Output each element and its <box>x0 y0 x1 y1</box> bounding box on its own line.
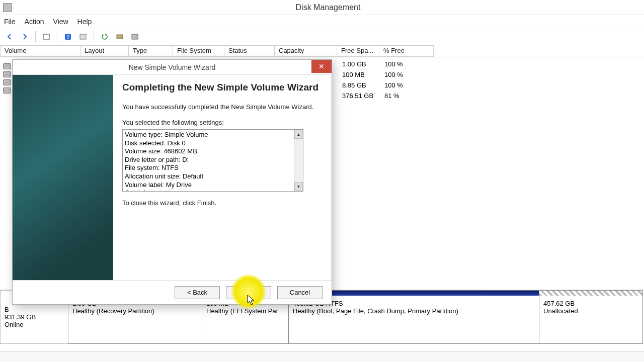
status-bar <box>0 351 644 362</box>
close-icon: ✕ <box>318 62 325 70</box>
wizard-dialog: New Simple Volume Wizard ✕ Completing th… <box>12 59 332 305</box>
toolbar: ? <box>0 28 644 45</box>
settings-item: File system: NTFS <box>125 164 301 172</box>
cell-pctfree: 100 % <box>382 71 425 78</box>
settings-item: Quick format: Yes <box>125 189 301 192</box>
settings-item: Volume type: Simple Volume <box>125 131 301 139</box>
col-filesystem[interactable]: File System <box>173 45 224 57</box>
volume-icon <box>3 71 11 77</box>
disk-status: Online <box>5 321 64 328</box>
title-bar: Disk Management <box>0 0 644 15</box>
wizard-title: New Simple Volume Wizard <box>13 63 332 71</box>
menu-file[interactable]: File <box>4 18 16 26</box>
properties-icon[interactable] <box>40 30 53 43</box>
cell-freespace: 100 MB <box>340 71 382 78</box>
col-volume[interactable]: Volume <box>0 45 80 57</box>
close-button[interactable]: ✕ <box>311 60 332 73</box>
settings-item: Volume label: My Drive <box>125 181 301 190</box>
settings-item: Drive letter or path: D: <box>125 156 301 164</box>
col-pctfree[interactable]: % Free <box>379 45 434 57</box>
settings-item: Allocation unit size: Default <box>125 172 301 181</box>
col-capacity[interactable]: Capacity <box>275 45 337 57</box>
volume-icon <box>3 87 11 94</box>
settings-scrollbar[interactable]: ▴ ▾ <box>294 130 303 191</box>
table-row[interactable]: 8.85 GB 100 % <box>340 80 644 90</box>
col-freespace[interactable]: Free Spa... <box>337 45 379 57</box>
toolbar-separator <box>94 31 94 42</box>
wizard-side-panel <box>13 75 113 280</box>
svg-rect-5 <box>132 34 138 39</box>
wizard-selected-label: You selected the following settings: <box>122 118 323 127</box>
table-row[interactable]: 376.51 GB 81 % <box>340 90 644 101</box>
volume-row-icons <box>3 63 11 94</box>
partition-status: Healthy (Boot, Page File, Crash Dump, Pr… <box>293 307 535 315</box>
cell-pctfree: 100 % <box>382 81 425 89</box>
col-type[interactable]: Type <box>129 45 173 57</box>
wizard-titlebar[interactable]: New Simple Volume Wizard ✕ <box>13 60 332 75</box>
menu-help[interactable]: Help <box>77 18 92 26</box>
cell-pctfree: 81 % <box>382 92 425 100</box>
partition-unallocated[interactable]: 457.62 GB Unallocated <box>539 290 643 344</box>
rescan-icon[interactable] <box>113 30 126 43</box>
svg-rect-3 <box>80 34 86 39</box>
back-button[interactable]: < Back <box>175 286 220 299</box>
settings-item: Disk selected: Disk 0 <box>125 139 301 148</box>
partition-status: Unallocated <box>543 307 638 315</box>
scroll-up-icon[interactable]: ▴ <box>294 130 303 139</box>
app-icon <box>3 3 12 12</box>
svg-rect-4 <box>117 35 123 39</box>
disk-icon[interactable] <box>76 30 90 43</box>
wizard-close-hint: To close this wizard, click Finish. <box>122 199 323 208</box>
cancel-button[interactable]: Cancel <box>277 286 323 299</box>
wizard-heading: Completing the New Simple Volume Wizard <box>122 82 323 94</box>
help-icon[interactable]: ? <box>61 30 74 43</box>
menu-action[interactable]: Action <box>25 18 44 26</box>
scroll-down-icon[interactable]: ▾ <box>294 182 303 191</box>
back-icon[interactable] <box>3 30 16 43</box>
svg-text:?: ? <box>66 34 69 40</box>
volume-icon <box>3 79 11 85</box>
cell-freespace: 1.00 GB <box>340 60 382 68</box>
wizard-success-text: You have successfully completed the New … <box>122 103 323 112</box>
volume-icon <box>3 63 11 69</box>
app-title: Disk Management <box>12 3 644 12</box>
toolbar-separator <box>35 31 36 42</box>
toolbar-separator <box>57 31 57 42</box>
action-icon[interactable] <box>128 30 141 43</box>
wizard-button-row: < Back Finish Cancel <box>13 280 332 304</box>
settings-item: Volume size: 468602 MB <box>125 147 301 156</box>
refresh-icon[interactable] <box>98 30 111 43</box>
partition-status: Healthy (EFI System Par <box>206 307 284 315</box>
partition-header-strip <box>539 291 642 296</box>
finish-button[interactable]: Finish <box>226 286 271 299</box>
disk-size: 931.39 GB <box>5 313 64 321</box>
table-row[interactable]: 1.00 GB 100 % <box>340 59 644 69</box>
forward-icon[interactable] <box>18 30 31 43</box>
cell-pctfree: 100 % <box>382 60 425 68</box>
column-headers: Volume Layout Type File System Status Ca… <box>0 45 644 57</box>
disk-label-prefix: B <box>5 306 64 313</box>
table-row[interactable]: 100 MB 100 % <box>340 69 644 80</box>
wizard-content: Completing the New Simple Volume Wizard … <box>113 75 332 280</box>
cell-freespace: 376.51 GB <box>340 92 382 100</box>
svg-rect-0 <box>43 34 49 39</box>
menu-view[interactable]: View <box>53 18 68 26</box>
wizard-settings-list: Volume type: Simple Volume Disk selected… <box>123 130 303 192</box>
col-layout[interactable]: Layout <box>80 45 129 57</box>
partition-status: Healthy (Recovery Partition) <box>72 307 198 315</box>
wizard-settings-box: Volume type: Simple Volume Disk selected… <box>122 129 303 192</box>
menu-bar: File Action View Help <box>0 15 644 28</box>
cell-freespace: 8.85 GB <box>340 81 382 89</box>
col-status[interactable]: Status <box>224 45 275 57</box>
partition-size: 457.62 GB <box>543 300 638 307</box>
volume-table-rows: 1.00 GB 100 % 100 MB 100 % 8.85 GB 100 %… <box>340 59 644 101</box>
